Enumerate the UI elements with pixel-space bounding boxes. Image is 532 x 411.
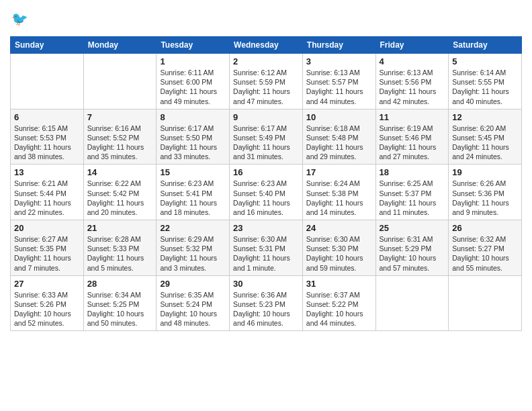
day-info: Sunrise: 6:23 AMSunset: 5:41 PMDaylight:… <box>160 179 226 217</box>
day-number: 16 <box>233 167 299 177</box>
day-number: 29 <box>160 279 226 289</box>
day-info: Sunrise: 6:35 AMSunset: 5:24 PMDaylight:… <box>160 290 226 328</box>
day-info: Sunrise: 6:28 AMSunset: 5:33 PMDaylight:… <box>87 234 153 273</box>
calendar-week-row: 20Sunrise: 6:27 AMSunset: 5:35 PMDayligh… <box>11 220 522 276</box>
calendar-cell <box>11 54 84 109</box>
day-number: 1 <box>160 56 226 66</box>
calendar-week-row: 13Sunrise: 6:21 AMSunset: 5:44 PMDayligh… <box>11 165 522 220</box>
day-number: 15 <box>160 167 226 177</box>
calendar-cell: 25Sunrise: 6:31 AMSunset: 5:29 PMDayligh… <box>375 220 449 276</box>
weekday-header-wednesday: Wednesday <box>230 37 303 54</box>
day-number: 4 <box>380 56 445 66</box>
day-number: 23 <box>233 223 299 233</box>
calendar-cell: 4Sunrise: 6:13 AMSunset: 5:56 PMDaylight… <box>375 54 449 109</box>
calendar-cell: 10Sunrise: 6:18 AMSunset: 5:48 PMDayligh… <box>302 109 375 165</box>
day-info: Sunrise: 6:13 AMSunset: 5:57 PMDaylight:… <box>306 68 372 106</box>
day-number: 17 <box>306 167 372 177</box>
day-info: Sunrise: 6:37 AMSunset: 5:22 PMDaylight:… <box>306 290 372 328</box>
calendar-cell: 28Sunrise: 6:34 AMSunset: 5:25 PMDayligh… <box>83 275 157 331</box>
calendar-cell: 22Sunrise: 6:29 AMSunset: 5:32 PMDayligh… <box>157 220 230 276</box>
calendar-cell: 1Sunrise: 6:11 AMSunset: 6:00 PMDaylight… <box>157 54 230 109</box>
calendar-week-row: 27Sunrise: 6:33 AMSunset: 5:26 PMDayligh… <box>11 275 522 331</box>
day-info: Sunrise: 6:17 AMSunset: 5:49 PMDaylight:… <box>233 124 299 162</box>
day-number: 2 <box>233 56 299 66</box>
day-number: 25 <box>380 223 445 233</box>
day-number: 3 <box>306 56 372 66</box>
day-info: Sunrise: 6:25 AMSunset: 5:37 PMDaylight:… <box>380 179 445 217</box>
day-info: Sunrise: 6:24 AMSunset: 5:38 PMDaylight:… <box>306 179 372 217</box>
day-number: 27 <box>14 279 80 289</box>
calendar-cell: 9Sunrise: 6:17 AMSunset: 5:49 PMDaylight… <box>230 109 303 165</box>
day-info: Sunrise: 6:12 AMSunset: 5:59 PMDaylight:… <box>233 68 299 106</box>
day-info: Sunrise: 6:30 AMSunset: 5:30 PMDaylight:… <box>306 234 372 273</box>
calendar-cell: 29Sunrise: 6:35 AMSunset: 5:24 PMDayligh… <box>157 275 230 331</box>
calendar-cell: 26Sunrise: 6:32 AMSunset: 5:27 PMDayligh… <box>449 220 522 276</box>
svg-text:🐦: 🐦 <box>11 11 28 27</box>
day-info: Sunrise: 6:14 AMSunset: 5:55 PMDaylight:… <box>452 68 518 106</box>
day-number: 9 <box>233 112 299 122</box>
day-info: Sunrise: 6:26 AMSunset: 5:36 PMDaylight:… <box>452 179 518 217</box>
day-number: 13 <box>14 167 80 177</box>
calendar-cell <box>449 275 522 331</box>
calendar-cell: 30Sunrise: 6:36 AMSunset: 5:23 PMDayligh… <box>230 275 303 331</box>
logo-icon: 🐦 <box>10 7 34 31</box>
calendar-cell: 21Sunrise: 6:28 AMSunset: 5:33 PMDayligh… <box>83 220 157 276</box>
weekday-header-monday: Monday <box>83 37 157 54</box>
day-info: Sunrise: 6:16 AMSunset: 5:52 PMDaylight:… <box>87 124 153 162</box>
day-number: 18 <box>380 167 445 177</box>
calendar-cell: 14Sunrise: 6:22 AMSunset: 5:42 PMDayligh… <box>83 165 157 220</box>
calendar-week-row: 1Sunrise: 6:11 AMSunset: 6:00 PMDaylight… <box>11 54 522 109</box>
day-info: Sunrise: 6:31 AMSunset: 5:29 PMDaylight:… <box>380 234 445 273</box>
day-number: 24 <box>306 223 372 233</box>
calendar-cell <box>83 54 157 109</box>
calendar-cell: 27Sunrise: 6:33 AMSunset: 5:26 PMDayligh… <box>11 275 84 331</box>
calendar-cell: 8Sunrise: 6:17 AMSunset: 5:50 PMDaylight… <box>157 109 230 165</box>
day-info: Sunrise: 6:34 AMSunset: 5:25 PMDaylight:… <box>87 290 153 328</box>
day-number: 22 <box>160 223 226 233</box>
calendar-cell: 20Sunrise: 6:27 AMSunset: 5:35 PMDayligh… <box>11 220 84 276</box>
day-number: 10 <box>306 112 372 122</box>
day-info: Sunrise: 6:32 AMSunset: 5:27 PMDaylight:… <box>452 234 518 273</box>
calendar-cell: 16Sunrise: 6:23 AMSunset: 5:40 PMDayligh… <box>230 165 303 220</box>
calendar-week-row: 6Sunrise: 6:15 AMSunset: 5:53 PMDaylight… <box>11 109 522 165</box>
calendar-table: SundayMondayTuesdayWednesdayThursdayFrid… <box>10 36 522 331</box>
calendar-cell: 18Sunrise: 6:25 AMSunset: 5:37 PMDayligh… <box>375 165 449 220</box>
day-info: Sunrise: 6:33 AMSunset: 5:26 PMDaylight:… <box>14 290 80 328</box>
calendar-cell: 7Sunrise: 6:16 AMSunset: 5:52 PMDaylight… <box>83 109 157 165</box>
day-number: 7 <box>87 112 153 122</box>
day-number: 12 <box>452 112 518 122</box>
weekday-header-sunday: Sunday <box>11 37 84 54</box>
day-info: Sunrise: 6:23 AMSunset: 5:40 PMDaylight:… <box>233 179 299 217</box>
calendar-cell: 17Sunrise: 6:24 AMSunset: 5:38 PMDayligh… <box>302 165 375 220</box>
day-info: Sunrise: 6:21 AMSunset: 5:44 PMDaylight:… <box>14 179 80 217</box>
calendar-cell: 31Sunrise: 6:37 AMSunset: 5:22 PMDayligh… <box>302 275 375 331</box>
day-info: Sunrise: 6:11 AMSunset: 6:00 PMDaylight:… <box>160 68 226 106</box>
day-info: Sunrise: 6:22 AMSunset: 5:42 PMDaylight:… <box>87 179 153 217</box>
calendar-cell: 2Sunrise: 6:12 AMSunset: 5:59 PMDaylight… <box>230 54 303 109</box>
weekday-header-thursday: Thursday <box>302 37 375 54</box>
day-number: 19 <box>452 167 518 177</box>
day-number: 30 <box>233 279 299 289</box>
day-number: 26 <box>452 223 518 233</box>
day-info: Sunrise: 6:15 AMSunset: 5:53 PMDaylight:… <box>14 124 80 162</box>
calendar-cell: 6Sunrise: 6:15 AMSunset: 5:53 PMDaylight… <box>11 109 84 165</box>
day-info: Sunrise: 6:20 AMSunset: 5:45 PMDaylight:… <box>452 124 518 162</box>
day-info: Sunrise: 6:29 AMSunset: 5:32 PMDaylight:… <box>160 234 226 273</box>
weekday-header-saturday: Saturday <box>449 37 522 54</box>
calendar-cell: 3Sunrise: 6:13 AMSunset: 5:57 PMDaylight… <box>302 54 375 109</box>
day-info: Sunrise: 6:36 AMSunset: 5:23 PMDaylight:… <box>233 290 299 328</box>
day-number: 11 <box>380 112 445 122</box>
calendar-cell: 11Sunrise: 6:19 AMSunset: 5:46 PMDayligh… <box>375 109 449 165</box>
calendar-cell: 24Sunrise: 6:30 AMSunset: 5:30 PMDayligh… <box>302 220 375 276</box>
calendar-cell <box>375 275 449 331</box>
day-number: 14 <box>87 167 153 177</box>
day-info: Sunrise: 6:18 AMSunset: 5:48 PMDaylight:… <box>306 124 372 162</box>
day-number: 28 <box>87 279 153 289</box>
day-info: Sunrise: 6:30 AMSunset: 5:31 PMDaylight:… <box>233 234 299 273</box>
calendar-cell: 15Sunrise: 6:23 AMSunset: 5:41 PMDayligh… <box>157 165 230 220</box>
day-number: 8 <box>160 112 226 122</box>
day-number: 21 <box>87 223 153 233</box>
weekday-header-tuesday: Tuesday <box>157 37 230 54</box>
day-number: 6 <box>14 112 80 122</box>
logo: 🐦 <box>10 7 37 31</box>
